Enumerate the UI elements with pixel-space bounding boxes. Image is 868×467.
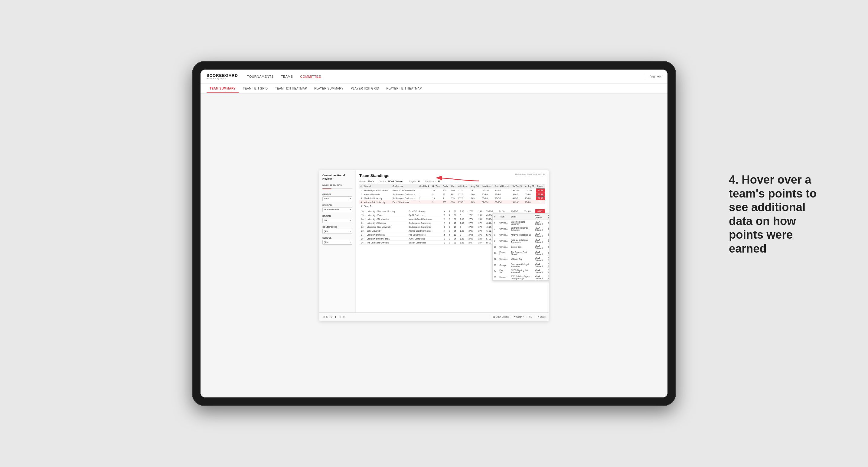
watch-label: Watch: [516, 316, 522, 318]
download-icon[interactable]: ⬇: [335, 315, 337, 318]
division-value: NCAA Division I: [324, 208, 339, 211]
school-filter-label: School: [322, 237, 352, 239]
division-chevron-icon: ▾: [350, 208, 351, 211]
filter-min-rounds: Minimum Rounds: [322, 184, 352, 190]
filter-region: Region N/A ▾: [322, 215, 352, 223]
gender-select[interactable]: Men's ▾: [322, 196, 352, 201]
share-button[interactable]: ↗ Share: [537, 316, 546, 318]
filter-conference: Conference (All) ▾: [322, 226, 352, 234]
filter-division-pill: Division: NCAA Division I: [379, 180, 404, 182]
tab-team-h2h-grid[interactable]: TEAM H2H GRID: [240, 85, 271, 92]
filter-region-pill-label: Region:: [409, 180, 416, 182]
col-points: Points: [536, 184, 545, 188]
nav-committee[interactable]: COMMITTEE: [300, 73, 321, 80]
table-header-row: # School Conference Conf Rank No Tour Bn…: [359, 184, 545, 188]
tooltip-row: 15Univers...2023 Sahalee Players Champio…: [493, 274, 549, 280]
filter-division: Division NCAA Division I ▾: [322, 204, 352, 212]
nav-tournaments[interactable]: TOURNAMENTS: [247, 73, 274, 80]
filter-gender-pill-value: Men's: [368, 180, 374, 182]
table-row: 5 Texas T...: [359, 204, 545, 208]
region-select[interactable]: N/A ▾: [322, 218, 352, 223]
watch-chevron-icon: ▾: [523, 316, 524, 318]
col-bnds: Bnds: [441, 184, 450, 188]
filter-gender-pill-label: Gender:: [359, 180, 367, 182]
min-rounds-label: Minimum Rounds: [322, 184, 352, 186]
filter-division-pill-label: Division:: [379, 180, 387, 182]
refresh-icon[interactable]: ↻: [330, 315, 333, 318]
view-original-button[interactable]: ▣ View: Original: [491, 315, 511, 319]
logo-area: SCOREBOARD Powered by clippi: [207, 73, 238, 80]
col-adj-score: Adj. Score: [457, 184, 470, 188]
sign-out-button[interactable]: Sign out: [646, 75, 661, 78]
sidebar-title: Committee Portal Review: [322, 174, 352, 181]
table-row: 3 Vanderbilt University Southeastern Con…: [359, 196, 545, 200]
table-container: # School Conference Conf Rank No Tour Bn…: [359, 184, 545, 208]
tablet-frame: SCOREBOARD Powered by clippi TOURNAMENTS…: [192, 61, 676, 406]
nav-teams[interactable]: TEAMS: [281, 73, 293, 80]
doc-main: Team Standings Update time: 13/03/2024 1…: [356, 170, 549, 312]
slider-track: [322, 188, 352, 189]
sub-nav: TEAM SUMMARY TEAM H2H GRID TEAM H2H HEAT…: [200, 84, 668, 94]
filter-conference-pill-label: Conference:: [425, 180, 436, 182]
tooltip-inner-table: # Team Event Event Division Event Type R…: [493, 214, 549, 280]
clock-icon[interactable]: ⏱: [343, 315, 346, 318]
tooltip-row: 9Univers...National Invitational Tournam…: [493, 238, 549, 244]
points-tooltip: # Team Event Event Division Event Type R…: [492, 213, 549, 281]
tooltip-col-division: Event Division: [533, 214, 547, 220]
school-select[interactable]: (All) ▾: [322, 240, 352, 245]
tooltip-row: 12Univers...Williams CupNCAA Division IS…: [493, 256, 549, 262]
feedback-icon: 💬: [529, 316, 532, 318]
col-conf-rank: Conf Rank: [418, 184, 431, 188]
conference-label: Conference: [322, 226, 352, 228]
filter-region-pill: Region: All: [409, 180, 420, 182]
toolbar-divider: |: [526, 315, 527, 318]
min-rounds-slider[interactable]: [322, 187, 352, 190]
table-row: 2 Auburn University Southeastern Confere…: [359, 192, 545, 196]
filter-gender: Gender Men's ▾: [322, 193, 352, 201]
tooltip-col-team-name: Team: [498, 214, 509, 220]
filter-region-pill-value: All: [417, 180, 420, 182]
conference-chevron-icon: ▾: [350, 230, 351, 232]
tooltip-row: 10Univers...Copper CupNCAA Division IMat…: [493, 244, 549, 250]
view-label: View: Original: [496, 316, 509, 318]
tab-team-summary[interactable]: TEAM SUMMARY: [207, 85, 239, 93]
tooltip-row: 6Univers...Cabo Collegiate UniversityNCA…: [493, 220, 549, 226]
annotation-container: 4. Hover over a team's points to see add…: [729, 173, 844, 256]
back-icon[interactable]: ◁: [322, 315, 324, 318]
doc-content: Committee Portal Review Minimum Rounds G…: [319, 170, 549, 312]
school-value: (All): [324, 241, 328, 243]
filter-gender-pill: Gender: Men's: [359, 180, 374, 182]
tab-team-h2h-heatmap[interactable]: TEAM H2H HEATMAP: [272, 85, 310, 92]
division-select[interactable]: NCAA Division I ▾: [322, 207, 352, 212]
col-overall: Overall Record: [494, 184, 512, 188]
col-rank: #: [359, 184, 363, 188]
col-vs25: Vs Top 25: [512, 184, 524, 188]
view-icon: ▣: [493, 316, 495, 318]
tab-player-h2h-heatmap[interactable]: PLAYER H2H HEATMAP: [383, 85, 425, 92]
main-content: Committee Portal Review Minimum Rounds G…: [200, 94, 668, 398]
filter-school: School (All) ▾: [322, 237, 352, 245]
standings-table: # School Conference Conf Rank No Tour Bn…: [359, 184, 545, 208]
gender-chevron-icon: ▾: [350, 197, 351, 200]
col-wins: Wins: [450, 184, 457, 188]
watch-button[interactable]: 👁 Watch ▾: [514, 316, 524, 318]
tooltip-col-team: #: [493, 214, 498, 220]
conference-value: (All): [324, 230, 328, 232]
tab-player-h2h-grid[interactable]: PLAYER H2H GRID: [348, 85, 382, 92]
conference-select[interactable]: (All) ▾: [322, 229, 352, 234]
standings-title: Team Standings: [359, 173, 389, 178]
region-chevron-icon: ▾: [350, 219, 351, 222]
slider-fill: [322, 188, 332, 189]
feedback-button[interactable]: 💬: [529, 316, 532, 318]
copy-icon[interactable]: ⊞: [339, 315, 341, 318]
doc-toolbar: ◁ ▷ ↻ ⬇ ⊞ ⏱ ▣ View: Original: [319, 312, 549, 321]
doc-panel: Committee Portal Review Minimum Rounds G…: [319, 170, 549, 321]
tablet-screen: SCOREBOARD Powered by clippi TOURNAMENTS…: [200, 69, 668, 398]
region-label: Region: [322, 215, 352, 217]
tooltip-row: 14East Ter...OFCC Fighting Illini Invita…: [493, 268, 549, 274]
tab-player-summary[interactable]: PLAYER SUMMARY: [311, 85, 347, 92]
col-conference: Conference: [391, 184, 418, 188]
forward-icon[interactable]: ▷: [326, 315, 329, 318]
update-time: Update time: 13/03/2024 10:03:42: [515, 173, 545, 176]
tooltip-col-type: Event Type: [546, 214, 549, 220]
